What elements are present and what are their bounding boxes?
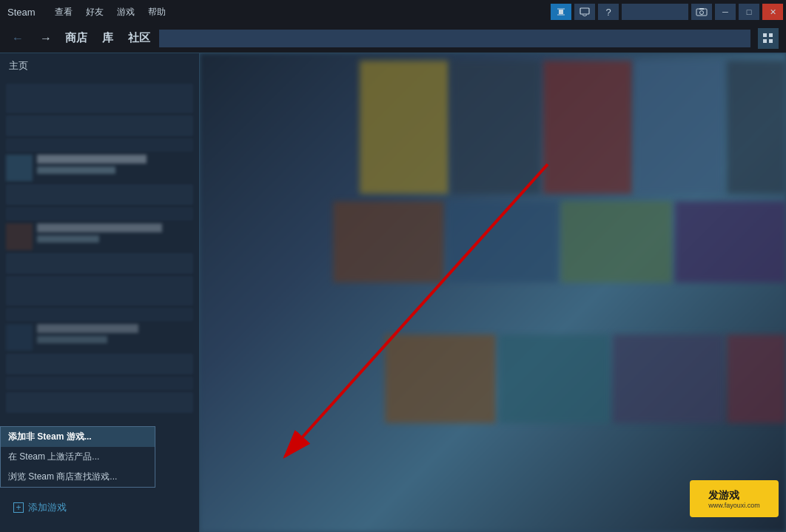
nav-tabs: 商店 库 社区 [64, 28, 152, 48]
watermark-url: www.fayouxi.com [708, 502, 760, 509]
svg-point-5 [700, 11, 704, 15]
game-card [447, 201, 558, 283]
watermark-brand: 发游戏 [708, 489, 739, 501]
game-card [333, 201, 444, 283]
close-button[interactable]: ✕ [762, 4, 783, 20]
nav-bar: ← → 商店 库 社区 [0, 24, 786, 53]
titlebar-search-input[interactable] [622, 4, 688, 20]
svg-rect-6 [699, 8, 704, 10]
main-content: 发游戏 www.fayouxi.com [200, 53, 786, 532]
game-card [675, 201, 786, 283]
game-card [727, 61, 786, 194]
grid-view-button[interactable] [758, 28, 779, 49]
add-game-label: 添加游戏 [28, 501, 67, 514]
sidebar-home[interactable]: 主页 [0, 53, 199, 78]
game-cards-mid [333, 201, 786, 312]
context-menu-item-activate[interactable]: 在 Steam 上激活产品... [1, 447, 155, 467]
game-cards-top [360, 61, 786, 194]
context-menu: 添加非 Steam 游戏... 在 Steam 上激活产品... 浏览 Stea… [0, 426, 155, 488]
sidebar: 主页 [0, 53, 200, 532]
svg-rect-1 [557, 8, 565, 10]
address-bar[interactable] [159, 30, 750, 47]
nav-tab-store[interactable]: 商店 [64, 28, 89, 48]
nav-tab-community[interactable]: 社区 [127, 28, 152, 48]
title-menu: 查看 好友 游戏 帮助 [49, 3, 172, 21]
menu-item-friends[interactable]: 好友 [80, 3, 110, 21]
context-menu-item-browse[interactable]: 浏览 Steam 商店查找游戏... [1, 467, 155, 487]
menu-item-games[interactable]: 游戏 [111, 3, 141, 21]
sidebar-item [6, 84, 193, 113]
maximize-button[interactable]: □ [739, 4, 759, 20]
titlebar-chat-icon[interactable] [574, 4, 595, 20]
sidebar-item [6, 115, 193, 136]
game-card [561, 201, 672, 283]
add-game-plus-icon: + [13, 502, 24, 513]
game-cards-bottom [385, 334, 786, 445]
main-layout: 主页 [0, 53, 786, 532]
game-card [499, 334, 610, 423]
watermark-content: 发游戏 www.fayouxi.com [708, 488, 760, 509]
title-bar: Steam 查看 好友 游戏 帮助 ? [0, 0, 786, 24]
sidebar-item [6, 276, 193, 306]
titlebar-screenshot-icon[interactable] [691, 4, 712, 20]
grid-icon [763, 33, 773, 44]
watermark: 发游戏 www.fayouxi.com [690, 480, 779, 517]
game-card [451, 61, 540, 194]
svg-rect-2 [557, 14, 565, 16]
menu-item-help[interactable]: 帮助 [142, 3, 172, 21]
back-button[interactable]: ← [7, 29, 28, 48]
minimize-button[interactable]: ─ [715, 4, 736, 20]
context-menu-item-add-non-steam[interactable]: 添加非 Steam 游戏... [1, 427, 155, 447]
sidebar-item [6, 184, 193, 205]
sidebar-item [6, 354, 193, 374]
menu-item-view[interactable]: 查看 [49, 3, 78, 21]
sidebar-item [6, 392, 193, 413]
sidebar-item [6, 207, 193, 220]
svg-rect-3 [580, 8, 589, 14]
sidebar-item [6, 138, 193, 152]
sidebar-item [6, 377, 193, 390]
sidebar-item [6, 253, 193, 274]
app-title: Steam [3, 7, 40, 18]
game-card [613, 334, 724, 423]
svg-rect-0 [559, 10, 563, 14]
game-card [360, 61, 449, 194]
title-bar-right: ? ─ □ ✕ [551, 4, 783, 20]
game-card [635, 61, 724, 194]
add-game-button[interactable]: + 添加游戏 [7, 498, 73, 517]
game-card [543, 61, 632, 194]
game-card [727, 334, 786, 423]
sidebar-item [6, 308, 193, 321]
titlebar-broadcast-icon[interactable] [551, 4, 571, 20]
title-bar-left: Steam 查看 好友 游戏 帮助 [3, 3, 172, 21]
home-label: 主页 [9, 59, 28, 73]
game-card [385, 334, 496, 423]
titlebar-help-icon[interactable]: ? [598, 4, 619, 20]
forward-button[interactable]: → [36, 29, 56, 48]
nav-tab-library[interactable]: 库 [101, 28, 115, 48]
